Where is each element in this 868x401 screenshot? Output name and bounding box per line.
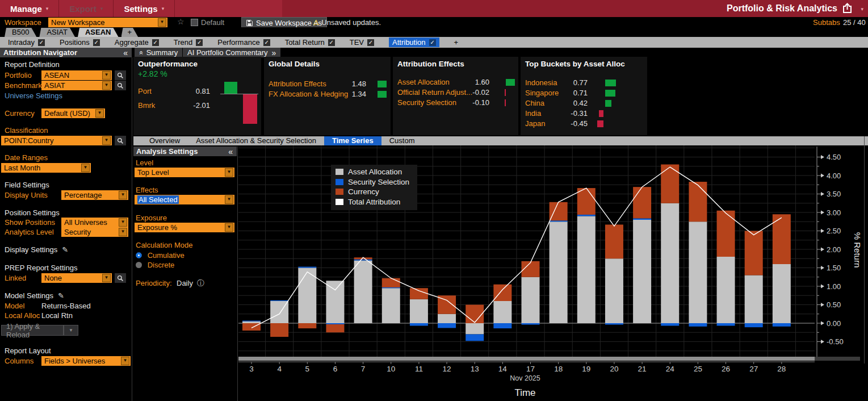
portfolio-select[interactable]: ASEAN▼	[41, 70, 112, 80]
attr-row-value: 1.60	[461, 78, 489, 87]
apply-reload-button[interactable]: 1) Apply & Reload	[1, 325, 64, 336]
subtab-asset-allocation-security-selection[interactable]: Asset Allocation & Security Selection	[188, 136, 324, 145]
display-settings-link[interactable]: Display Settings✎	[5, 245, 68, 254]
share-icon[interactable]	[842, 3, 854, 14]
subtab-time-series[interactable]: Time Series	[324, 136, 381, 145]
toolbar-item-tev[interactable]: TEV✓	[350, 37, 374, 47]
magnifier-icon	[117, 275, 124, 282]
toolbar-item-attribution[interactable]: Attribution✓	[389, 37, 439, 47]
toolbar-item-aggregate[interactable]: Aggregate✓	[115, 37, 159, 47]
menu-caret-icon: ▾	[162, 6, 165, 11]
y-tick-label: 4.00	[827, 172, 841, 180]
y-tick-label: 0.00	[827, 319, 841, 328]
toolbar-item-label: Total Return	[285, 38, 325, 47]
benchmark-search-button[interactable]	[115, 81, 126, 90]
bar-segment-day-11	[410, 288, 428, 299]
workspace-tab-asean[interactable]: ASEAN	[78, 28, 119, 37]
universe-settings-link[interactable]: Universe Settings	[5, 91, 62, 100]
classification-select[interactable]: POINT:Country▼	[1, 136, 112, 145]
show-positions-select[interactable]: All Universes▼	[61, 218, 128, 227]
y-axis-title: % Return	[853, 232, 862, 268]
discrete-radio[interactable]: Discrete	[136, 261, 174, 269]
bar-segment-day-27	[745, 323, 763, 327]
collapse-left-icon[interactable]: «	[228, 147, 237, 156]
checkbox-checked-icon[interactable]: ✓	[196, 39, 203, 46]
apply-reload-caret[interactable]: ▼	[64, 325, 78, 336]
add-tab-button[interactable]: +	[121, 28, 139, 37]
benchmark-select[interactable]: ASIAT▼	[41, 81, 112, 90]
bar-segment-day-3	[242, 320, 261, 321]
horizontal-scrollbar[interactable]	[238, 357, 860, 361]
favorite-star-icon[interactable]: ☆	[177, 17, 184, 26]
add-report-button[interactable]: +	[454, 37, 459, 47]
bar-segment-day-24	[661, 165, 679, 203]
cumulative-radio[interactable]: Cumulative	[136, 251, 184, 260]
analytics-level-select[interactable]: Security▼	[61, 227, 128, 237]
bar-segment-day-26	[717, 257, 735, 323]
currency-select[interactable]: Default (USD)▼	[41, 108, 105, 118]
analysis-settings-header[interactable]: Analysis Settings «	[133, 147, 237, 156]
menu-settings[interactable]: Settings▾	[114, 0, 175, 17]
share-caret-icon[interactable]: ▾	[861, 6, 863, 12]
display-units-select[interactable]: Percentage▼	[61, 190, 128, 200]
classification-search-button[interactable]	[115, 136, 126, 145]
summary-toggle-button[interactable]: » Summary	[135, 48, 182, 57]
toolbar-item-intraday[interactable]: Intraday✓	[8, 37, 45, 47]
checkbox-checked-icon[interactable]: ✓	[152, 39, 159, 46]
ai-commentary-button[interactable]: AI Portfolio Commentary »	[183, 48, 280, 57]
dropdown-caret-icon[interactable]: ▼	[158, 18, 166, 27]
x-axis-title: Time	[514, 387, 535, 398]
legend-swatch	[336, 199, 343, 205]
linked-select[interactable]: None▼	[41, 273, 112, 283]
outperformance-panel: Outperformance +2.82 % Port0.81Bmrk-2.01	[133, 57, 261, 135]
bar-segment-day-26	[717, 211, 735, 257]
y-tick-label: 4.50	[827, 153, 841, 161]
columns-select[interactable]: Fields > Universes▼	[41, 356, 131, 366]
toolbar-item-trend[interactable]: Trend✓	[174, 37, 203, 47]
info-icon[interactable]: ⓘ	[197, 278, 204, 289]
subtabs-count: 25 / 40	[843, 18, 866, 27]
attr-row-value: -0.10	[461, 98, 489, 107]
default-checkbox[interactable]	[191, 19, 198, 26]
report-toolbar: Intraday✓Positions✓Aggregate✓Trend✓Perfo…	[0, 37, 868, 48]
menu-label: Settings	[124, 4, 157, 14]
toolbar-item-positions[interactable]: Positions✓	[60, 37, 100, 47]
checkbox-checked-icon[interactable]: ✓	[263, 39, 270, 46]
warning-icon: ⚠	[313, 18, 320, 27]
subtab-overview[interactable]: Overview	[141, 136, 188, 145]
level-select[interactable]: Top Level▼	[135, 168, 234, 177]
workspace-tab-asiat[interactable]: ASIAT	[39, 28, 75, 37]
subtab-custom[interactable]: Custom	[381, 136, 423, 145]
global-row-label: Attribution Effects	[269, 80, 326, 89]
effects-select[interactable]: All Selected▼	[135, 195, 234, 204]
collapse-left-icon[interactable]: «	[123, 48, 132, 57]
checkbox-checked-icon[interactable]: ✓	[93, 39, 100, 46]
top-menu-bar: Manage▾Export▾Settings▾ Portfolio & Risk…	[0, 0, 868, 17]
portfolio-search-button[interactable]	[115, 70, 126, 80]
checkbox-checked-icon[interactable]: ✓	[328, 39, 335, 46]
floppy-icon	[246, 20, 253, 26]
display-units-label: Display Units	[5, 191, 48, 199]
bar-segment-day-24	[661, 203, 679, 323]
exposure-select[interactable]: Exposure %▼	[135, 223, 234, 232]
model-settings-link[interactable]: Model Settings✎	[5, 291, 64, 300]
checkbox-checked-icon[interactable]: ✓	[367, 39, 374, 46]
legend-swatch	[336, 179, 343, 185]
navigator-header[interactable]: Attribution Navigator «	[0, 48, 132, 57]
checkbox-checked-icon[interactable]: ✓	[38, 39, 45, 46]
menu-export[interactable]: Export▾	[59, 0, 114, 17]
bar-segment-day-19	[577, 215, 596, 216]
checkbox-checked-icon[interactable]: ✓	[429, 39, 436, 46]
scrollbar-thumb[interactable]	[238, 357, 815, 361]
date-range-select[interactable]: Last Month▼	[1, 163, 91, 173]
workspace-tab-b500[interactable]: B500	[5, 28, 36, 37]
toolbar-item-performance[interactable]: Performance✓	[217, 37, 270, 47]
bar-segment-day-21	[633, 218, 651, 220]
menu-manage[interactable]: Manage▾	[0, 0, 59, 17]
legend-label: Currency	[348, 187, 379, 196]
toolbar-item-total-return[interactable]: Total Return✓	[285, 37, 335, 47]
x-tick-label: 24	[666, 365, 675, 373]
y-tick-arrow	[821, 340, 824, 344]
workspace-name-input[interactable]: New Workspace▼	[48, 18, 167, 27]
linked-search-button[interactable]	[115, 273, 126, 283]
